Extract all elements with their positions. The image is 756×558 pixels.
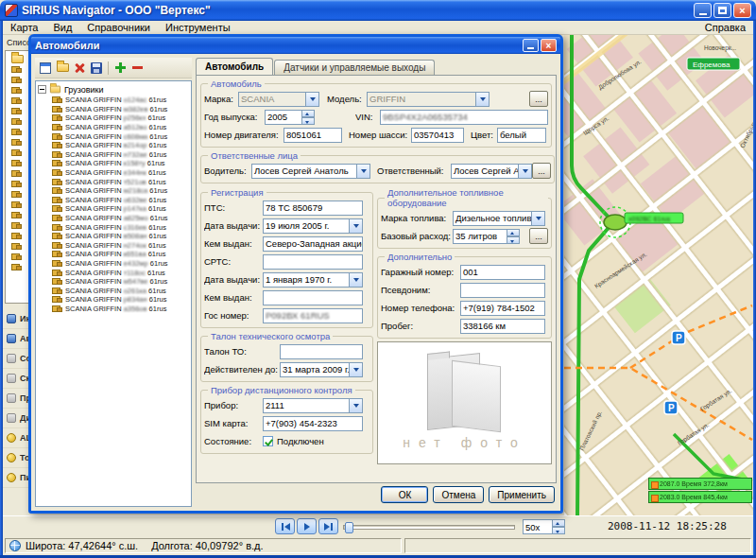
speed-stepper[interactable] bbox=[553, 519, 565, 534]
chevron-down-icon[interactable] bbox=[306, 92, 319, 107]
pts-issuer-input[interactable]: Северо-Западная акционал т bbox=[263, 236, 363, 252]
driver-select[interactable]: Лосев Сергей Анатоль bbox=[251, 164, 357, 179]
tree-item-vehicle[interactable]: SCANIA GRIFFIN т118ос 61rus bbox=[52, 268, 190, 277]
tree-item-vehicle[interactable]: SCANIA GRIFFIN о632ве 61rus bbox=[52, 196, 190, 205]
tree-item-vehicle[interactable]: SCANIA GRIFFIN а825мо 61rus bbox=[52, 214, 190, 223]
fuel-more-button[interactable]: ... bbox=[529, 228, 548, 244]
dialog-close-button[interactable]: × bbox=[541, 39, 557, 52]
spin-down-icon[interactable] bbox=[302, 117, 315, 125]
minimize-button[interactable] bbox=[694, 3, 712, 18]
vin-input[interactable]: 9BSP4X2A06535734 bbox=[380, 110, 548, 125]
srts-issuer-input[interactable] bbox=[263, 290, 363, 305]
connected-checkbox[interactable] bbox=[263, 436, 273, 446]
tree-item-vehicle[interactable]: SCANIA GRIFFIN е432мр 61rus bbox=[52, 259, 190, 269]
garage-number-input[interactable]: 001 bbox=[460, 265, 545, 280]
pts-date-input[interactable]: 19 июля 2005 г. bbox=[263, 218, 350, 234]
save-button[interactable] bbox=[88, 60, 105, 77]
map-view[interactable]: х092ВС 61rus P P Новочерк... Ефремова До… bbox=[564, 35, 753, 515]
step-forward-button[interactable] bbox=[318, 518, 338, 534]
ok-button[interactable]: ОК bbox=[381, 486, 428, 503]
pts-input[interactable]: 78 ТС 850679 bbox=[263, 201, 363, 216]
persons-more-button[interactable]: ... bbox=[532, 163, 551, 179]
speed-value[interactable]: 50x bbox=[523, 519, 553, 534]
menu-tools[interactable]: Инструменты bbox=[158, 22, 238, 33]
new-record-button[interactable] bbox=[37, 60, 54, 77]
chevron-down-icon[interactable] bbox=[519, 164, 532, 179]
fuel-rate-input[interactable]: 35 литров bbox=[453, 229, 507, 244]
menu-directories[interactable]: Справочники bbox=[79, 22, 158, 33]
tree-item-vehicle[interactable]: SCANIA GRIFFIN а512во 61rus bbox=[52, 123, 190, 132]
spin-down-icon[interactable] bbox=[507, 236, 520, 244]
tree-item-vehicle[interactable]: SCANIA GRIFFIN е344нк 61rus bbox=[52, 168, 190, 178]
fuel-rate-stepper[interactable] bbox=[507, 229, 520, 244]
sim-input[interactable]: +7(903) 454-2323 bbox=[263, 416, 363, 431]
inspection-ticket-input[interactable] bbox=[280, 344, 363, 359]
vehicle-marker[interactable] bbox=[604, 215, 627, 230]
tree-item-vehicle[interactable]: SCANIA GRIFFIN р834ан 61rus bbox=[52, 295, 190, 305]
spin-down-icon[interactable] bbox=[553, 527, 565, 534]
responsible-select[interactable]: Лосев Сергей Анатоль bbox=[451, 164, 519, 179]
collapse-icon[interactable] bbox=[38, 85, 46, 94]
delete-button[interactable] bbox=[71, 60, 88, 77]
chevron-down-icon[interactable] bbox=[476, 92, 490, 107]
phone-input[interactable]: +7(919) 784-1502 bbox=[460, 301, 545, 316]
tree-item-vehicle[interactable]: SCANIA GRIFFIN р256кх 61rus bbox=[52, 113, 190, 123]
srts-input[interactable] bbox=[263, 254, 363, 270]
srts-date-input[interactable]: 1 января 1970 г. bbox=[263, 272, 350, 288]
close-button[interactable]: × bbox=[733, 3, 751, 18]
tree-item-vehicle[interactable]: SCANIA GRIFFIN н732ае 61rus bbox=[52, 150, 190, 160]
chevron-down-icon[interactable] bbox=[357, 164, 370, 179]
slider-thumb[interactable] bbox=[345, 522, 353, 533]
year-stepper[interactable] bbox=[302, 110, 315, 125]
chevron-down-icon[interactable] bbox=[350, 398, 363, 413]
tree-item-vehicle[interactable]: SCANIA GRIFFIN м382ев 61rus bbox=[52, 105, 190, 114]
menu-help[interactable]: Справка bbox=[697, 22, 753, 33]
chevron-down-icon[interactable] bbox=[350, 362, 363, 377]
menu-map[interactable]: Карта bbox=[3, 22, 45, 33]
remove-button[interactable] bbox=[129, 60, 146, 77]
chevron-down-icon[interactable] bbox=[350, 272, 363, 288]
spin-up-icon[interactable] bbox=[302, 110, 315, 117]
cancel-button[interactable]: Отмена bbox=[433, 486, 484, 503]
apply-button[interactable]: Применить bbox=[489, 486, 555, 503]
tab-vehicle[interactable]: Автомобиль bbox=[196, 58, 273, 75]
parking-marker-1[interactable]: P bbox=[672, 331, 685, 344]
chevron-down-icon[interactable] bbox=[532, 211, 545, 226]
tree-item-vehicle[interactable]: SCANIA GRIFFIN а356ов 61rus bbox=[52, 305, 190, 314]
maximize-button[interactable] bbox=[713, 3, 731, 18]
tree-item-vehicle[interactable]: SCANIA GRIFFIN к651ва 61rus bbox=[52, 250, 190, 259]
tree-item-vehicle[interactable]: SCANIA GRIFFIN т521ов 61rus bbox=[52, 177, 190, 186]
spin-up-icon[interactable] bbox=[507, 229, 520, 236]
dialog-minimize-button[interactable] bbox=[523, 39, 539, 52]
marka-input[interactable]: SCANIA bbox=[238, 92, 306, 107]
color-input[interactable]: белый bbox=[497, 128, 546, 143]
alias-input[interactable] bbox=[460, 283, 545, 298]
timeline-slider[interactable] bbox=[343, 525, 515, 530]
tree-item-vehicle[interactable]: SCANIA GRIFFIN в214ор 61rus bbox=[52, 141, 190, 150]
mileage-input[interactable]: 338166 км bbox=[460, 319, 545, 334]
add-button[interactable] bbox=[112, 60, 129, 77]
tab-sensors[interactable]: Датчики и управляемые выходы bbox=[274, 60, 435, 75]
vehicle-tree[interactable]: Грузовики SCANIA GRIFFIN о124ас 61rusSCA… bbox=[35, 80, 192, 507]
engine-number-input[interactable]: 8051061 bbox=[284, 128, 342, 143]
add-group-button[interactable] bbox=[54, 60, 71, 77]
spin-up-icon[interactable] bbox=[553, 519, 565, 527]
plate-number-input[interactable]: Р092ВХ 61RUS bbox=[263, 308, 363, 323]
tree-item-vehicle[interactable]: SCANIA GRIFFIN с316ев 61rus bbox=[52, 222, 190, 232]
chassis-number-input[interactable]: 03570413 bbox=[411, 128, 464, 143]
tree-item-vehicle[interactable]: SCANIA GRIFFIN с608ма 61rus bbox=[52, 131, 190, 141]
year-input[interactable]: 2005 bbox=[265, 110, 302, 125]
step-back-button[interactable] bbox=[275, 518, 295, 534]
fuel-brand-select[interactable]: Дизельное топливо bbox=[453, 211, 532, 226]
tree-item-vehicle[interactable]: SCANIA GRIFFIN о124ас 61rus bbox=[52, 96, 190, 105]
model-more-button[interactable]: ... bbox=[529, 91, 548, 107]
tree-item-vehicle[interactable]: SCANIA GRIFFIN в508ан 61rus bbox=[52, 232, 190, 241]
chevron-down-icon[interactable] bbox=[350, 218, 363, 234]
tree-item-vehicle[interactable]: SCANIA GRIFFIN м547ве 61rus bbox=[52, 277, 190, 287]
tree-item-vehicle[interactable]: SCANIA GRIFFIN н274ок 61rus bbox=[52, 241, 190, 251]
tree-item-vehicle[interactable]: SCANIA GRIFFIN м218са 61rus bbox=[52, 186, 190, 196]
model-input[interactable]: GRIFFIN bbox=[367, 92, 476, 107]
device-select[interactable]: 2111 bbox=[263, 398, 350, 413]
inspection-valid-input[interactable]: 31 марта 2009 г. bbox=[280, 362, 350, 377]
tree-item-vehicle[interactable]: SCANIA GRIFFIN р147ка 61rus bbox=[52, 204, 190, 214]
